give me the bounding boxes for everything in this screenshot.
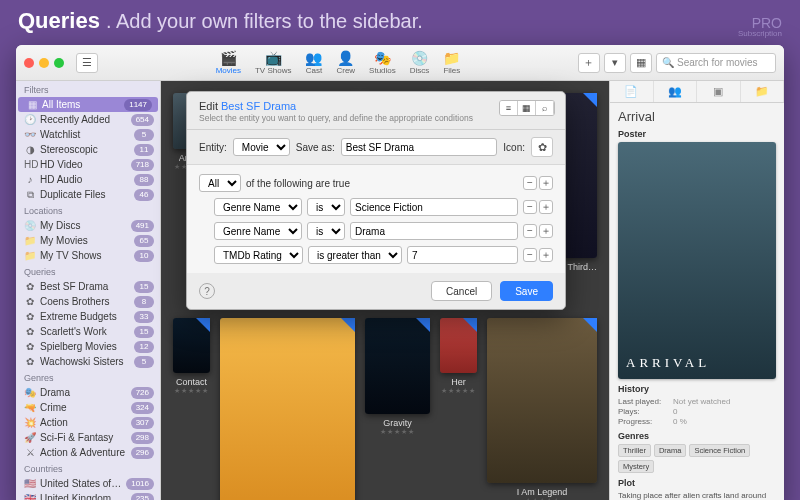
sidebar-item-stereoscopic[interactable]: ◑Stereoscopic11 [16,142,160,157]
sidebar-item-best-sf-drama[interactable]: ✿Best SF Drama15 [16,279,160,294]
match-select[interactable]: All [199,174,241,192]
movie-poster[interactable] [173,318,210,374]
filter-button[interactable]: ▾ [604,53,626,73]
tab-cast[interactable]: 👥Cast [305,51,322,75]
sidebar-item-watchlist[interactable]: 👓Watchlist5 [16,127,160,142]
inspector-tab-files[interactable]: 📁 [741,81,785,102]
movie-card[interactable]: Her★★★★★ [440,318,477,500]
sidebar-item-action-adventure[interactable]: ⚔Action & Adventure296 [16,445,160,460]
value-input[interactable] [350,222,518,240]
inspector-tab-info[interactable]: 📄 [610,81,654,102]
tab-crew[interactable]: 👤Crew [336,51,355,75]
query-name-link[interactable]: Best SF Drama [221,100,296,112]
inspector-tab-media[interactable]: ▣ [697,81,741,102]
movie-card[interactable]: Eternal Sunshine of the Spotles…★★★★★ [220,318,355,500]
sidebar-item-united-kingdom[interactable]: 🇬🇧United Kingdom235 [16,491,160,500]
saveas-input[interactable] [341,138,498,156]
tab-tv-shows[interactable]: 📺TV Shows [255,51,291,75]
op-select[interactable]: is greater than [308,246,402,264]
field-select[interactable]: TMDb Rating [214,246,303,264]
minimize-icon[interactable] [39,58,49,68]
genre-tag[interactable]: Drama [654,444,687,457]
movie-poster[interactable] [440,318,477,374]
sidebar-item-extreme-budgets[interactable]: ✿Extreme Budgets33 [16,309,160,324]
remove-rule-button[interactable]: − [523,200,537,214]
cancel-button[interactable]: Cancel [431,281,492,301]
count-badge: 718 [131,159,154,171]
sidebar-item-hd-audio[interactable]: ♪HD Audio88 [16,172,160,187]
movie-card[interactable]: Contact★★★★★ [173,318,210,500]
value-input[interactable] [407,246,518,264]
op-select[interactable]: is [307,222,345,240]
tab-files[interactable]: 📁Files [443,51,460,75]
rating-stars: ★★★★★ [380,428,415,436]
view-button[interactable]: ▦ [630,53,652,73]
remove-rule-button[interactable]: − [523,224,537,238]
genre-tag[interactable]: Thriller [618,444,651,457]
search-input[interactable]: 🔍 Search for movies [656,53,776,73]
sidebar-item-wachowski-sisters[interactable]: ✿Wachowski Sisters5 [16,354,160,369]
sidebar-item-my-discs[interactable]: 💿My Discs491 [16,218,160,233]
add-rule-button[interactable]: ＋ [539,200,553,214]
sidebar-item-icon: ✿ [24,341,36,352]
condition-row: Genre Nameis−＋ [187,219,565,243]
sidebar-item-crime[interactable]: 🔫Crime324 [16,400,160,415]
sidebar-item-action[interactable]: 💥Action307 [16,415,160,430]
sidebar-item-coens-brothers[interactable]: ✿Coens Brothers8 [16,294,160,309]
sidebar-item-spielberg-movies[interactable]: ✿Spielberg Movies12 [16,339,160,354]
genres-heading: Genres [618,431,776,441]
sidebar-item-my-tv-shows[interactable]: 📁My TV Shows10 [16,248,160,263]
inspector-poster[interactable]: ARRIVAL [618,142,776,379]
movie-card[interactable]: I Am Legend★★★★★ [487,318,597,500]
entity-select[interactable]: Movie [233,138,290,156]
sidebar-item-all-items[interactable]: ▦All Items1147 [18,97,158,112]
help-button[interactable]: ? [199,283,215,299]
sidebar-toggle-button[interactable]: ☰ [76,53,98,73]
sidebar-item-my-movies[interactable]: 📁My Movies65 [16,233,160,248]
remove-rule-button[interactable]: − [523,176,537,190]
sidebar-item-scarlett-s-work[interactable]: ✿Scarlett's Work15 [16,324,160,339]
window-controls[interactable] [24,58,64,68]
sidebar-item-recently-added[interactable]: 🕑Recently Added654 [16,112,160,127]
movie-card[interactable]: Gravity★★★★★ [365,318,430,500]
sidebar-item-icon: 💿 [24,220,36,231]
corner-icon [463,318,477,332]
save-button[interactable]: Save [500,281,553,301]
op-select[interactable]: is [307,198,345,216]
movie-poster[interactable] [487,318,597,483]
dialog-segmented[interactable]: ≡▦⌕ [499,100,555,116]
inspector-tab-cast[interactable]: 👥 [654,81,698,102]
sidebar-item-icon: 🎭 [24,387,36,398]
remove-rule-button[interactable]: − [523,248,537,262]
sidebar-item-sci-fi-fantasy[interactable]: 🚀Sci-Fi & Fantasy298 [16,430,160,445]
tab-studios[interactable]: 🎭Studios [369,51,396,75]
sidebar-item-icon: ♪ [24,174,36,185]
sidebar-item-duplicate-files[interactable]: ⧉Duplicate Files46 [16,187,160,202]
sidebar-item-label: Action [40,417,127,428]
add-rule-button[interactable]: ＋ [539,224,553,238]
tab-discs[interactable]: 💿Discs [410,51,430,75]
sidebar: Filters▦All Items1147🕑Recently Added654👓… [16,81,161,500]
zoom-icon[interactable] [54,58,64,68]
sidebar-heading: Genres [16,369,160,385]
sidebar-item-hd-video[interactable]: HDHD Video718 [16,157,160,172]
genre-tag[interactable]: Mystery [618,460,654,473]
tab-movies[interactable]: 🎬Movies [216,51,241,75]
field-select[interactable]: Genre Name [214,222,302,240]
movie-title: Contact [176,377,207,387]
add-rule-button[interactable]: ＋ [539,176,553,190]
icon-picker[interactable]: ✿ [531,137,553,157]
sidebar-item-united-states-of-am-[interactable]: 🇺🇸United States of Am…1016 [16,476,160,491]
movie-title: I Am Legend [517,487,568,497]
count-badge: 65 [134,235,154,247]
value-input[interactable] [350,198,518,216]
sidebar-item-drama[interactable]: 🎭Drama726 [16,385,160,400]
rating-stars: ★★★★★ [525,497,560,501]
genre-tag[interactable]: Science Fiction [689,444,750,457]
field-select[interactable]: Genre Name [214,198,302,216]
movie-poster[interactable] [365,318,430,415]
add-rule-button[interactable]: ＋ [539,248,553,262]
add-button[interactable]: ＋ [578,53,600,73]
close-icon[interactable] [24,58,34,68]
movie-poster[interactable] [220,318,355,500]
